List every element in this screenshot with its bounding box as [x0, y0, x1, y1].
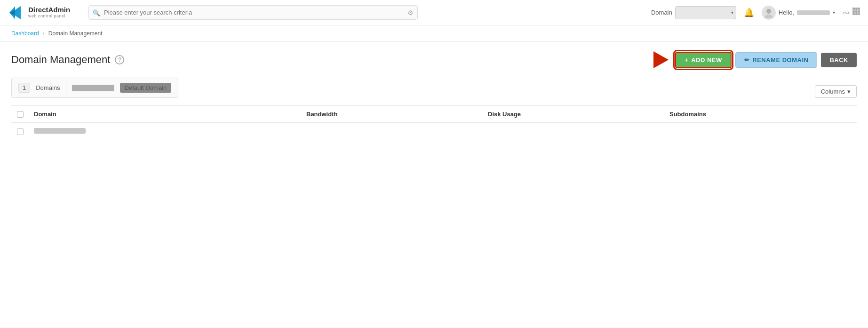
add-new-button[interactable]: + ADD NEW: [675, 52, 732, 68]
search-bar: 🔍 ⚙: [88, 5, 418, 20]
apps-grid-icon[interactable]: ∾: [843, 7, 860, 18]
hello-text: Hello,: [779, 9, 794, 16]
main-content: Domain Management ? + ADD NEW ✏ RENAME D…: [0, 42, 868, 328]
svg-rect-11: [855, 13, 858, 15]
red-arrow-icon: [653, 51, 669, 68]
username-blurred: [797, 10, 830, 15]
page-title: Domain Management ?: [11, 54, 124, 66]
svg-rect-5: [855, 8, 858, 10]
default-domain-value-blurred: [72, 85, 114, 91]
search-input[interactable]: [88, 5, 418, 20]
header: DirectAdmin web control panel 🔍 ⚙ Domain…: [0, 0, 868, 25]
logo-text: DirectAdmin web control panel: [28, 6, 70, 18]
header-bandwidth: Bandwidth: [306, 111, 488, 118]
back-button[interactable]: BACK: [821, 53, 857, 67]
rename-domain-label: RENAME DOMAIN: [752, 56, 808, 64]
action-buttons: + ADD NEW ✏ RENAME DOMAIN BACK: [653, 51, 857, 68]
header-right: Domain ▾ 🔔 Hello, ▾ ∾: [651, 6, 860, 20]
svg-rect-6: [858, 8, 860, 10]
toolbar-row: 1 Domains Default Domain Columns ▾: [11, 78, 857, 105]
stats-bar: 1 Domains Default Domain: [11, 78, 178, 98]
svg-rect-12: [858, 13, 860, 15]
breadcrumb: Dashboard / Domain Management: [0, 25, 868, 42]
back-label: BACK: [829, 56, 848, 64]
domain-name-blurred: [34, 128, 86, 134]
svg-point-2: [766, 9, 771, 14]
row-checkbox-wrap: [17, 128, 34, 135]
search-settings-icon[interactable]: ⚙: [407, 9, 414, 16]
domain-select-blurred[interactable]: [675, 6, 736, 19]
svg-rect-9: [858, 10, 860, 13]
table-header-row: Domain Bandwidth Disk Usage Subdomains: [11, 106, 857, 123]
plus-icon: +: [685, 56, 688, 64]
svg-rect-4: [852, 8, 855, 10]
svg-rect-8: [855, 10, 858, 13]
help-icon[interactable]: ?: [115, 55, 124, 64]
svg-rect-10: [852, 13, 855, 15]
brand-sub: web control panel: [28, 14, 70, 19]
notifications-icon[interactable]: 🔔: [744, 8, 754, 18]
svg-rect-7: [852, 10, 855, 13]
row-checkbox[interactable]: [17, 128, 24, 135]
add-new-label: ADD NEW: [691, 56, 722, 64]
pencil-icon: ✏: [744, 56, 750, 64]
stats-divider: [66, 83, 66, 93]
rename-domain-button[interactable]: ✏ RENAME DOMAIN: [735, 52, 818, 68]
row-domain: [34, 128, 306, 135]
columns-chevron-icon: ▾: [847, 88, 851, 95]
columns-label: Columns: [821, 88, 845, 95]
default-domain-badge: Default Domain: [120, 83, 172, 93]
search-icon: 🔍: [93, 9, 100, 16]
avatar: [762, 6, 776, 20]
user-menu[interactable]: Hello, ▾: [762, 6, 835, 20]
domains-label: Domains: [36, 84, 60, 91]
breadcrumb-separator: /: [43, 30, 44, 37]
table-row: [11, 123, 857, 140]
header-check-all: [17, 111, 34, 118]
directadmin-logo-icon: [8, 4, 24, 21]
arrow-annotation: [653, 51, 671, 68]
domain-selector-wrap: Domain ▾: [651, 6, 736, 19]
page-title-text: Domain Management: [11, 54, 110, 66]
page-title-row: Domain Management ? + ADD NEW ✏ RENAME D…: [11, 51, 857, 68]
columns-button[interactable]: Columns ▾: [815, 85, 857, 98]
header-domain: Domain: [34, 111, 306, 118]
domain-count: 1: [18, 83, 30, 93]
header-disk-usage: Disk Usage: [488, 111, 669, 118]
breadcrumb-dashboard[interactable]: Dashboard: [11, 30, 39, 37]
logo: DirectAdmin web control panel: [8, 4, 83, 21]
svg-point-3: [765, 15, 772, 18]
check-all-checkbox[interactable]: [17, 111, 24, 118]
user-menu-chevron-icon: ▾: [833, 10, 835, 15]
breadcrumb-current: Domain Management: [48, 30, 103, 37]
domain-label: Domain: [651, 9, 672, 16]
header-subdomains: Subdomains: [669, 111, 851, 118]
brand-name: DirectAdmin: [28, 6, 70, 14]
domains-table: Domain Bandwidth Disk Usage Subdomains: [11, 105, 857, 140]
